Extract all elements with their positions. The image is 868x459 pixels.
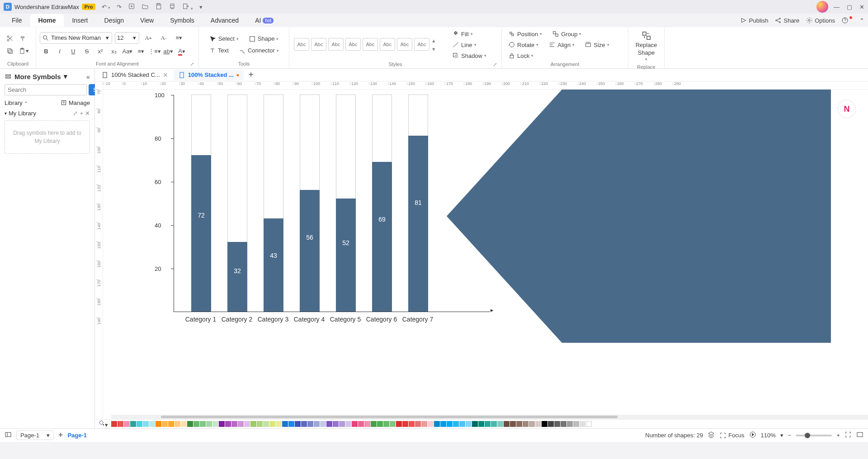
color-swatch[interactable]: [548, 421, 554, 427]
layers-icon[interactable]: [708, 431, 715, 440]
color-swatch[interactable]: [440, 421, 446, 427]
color-swatch[interactable]: [124, 421, 130, 427]
color-swatch[interactable]: [244, 421, 250, 427]
bar[interactable]: 81: [408, 95, 428, 312]
color-swatch[interactable]: [510, 421, 516, 427]
shadow-dropdown[interactable]: Shadow▾: [449, 51, 489, 61]
shape-tool[interactable]: Shape▾: [246, 34, 282, 44]
color-swatch[interactable]: [307, 421, 313, 427]
color-swatch[interactable]: [162, 421, 168, 427]
color-swatch[interactable]: [206, 421, 212, 427]
bar[interactable]: 69: [372, 95, 392, 312]
color-swatch[interactable]: [421, 421, 427, 427]
italic-icon[interactable]: I: [53, 46, 66, 57]
color-swatch[interactable]: [453, 421, 459, 427]
color-swatch[interactable]: [314, 421, 320, 427]
color-swatch[interactable]: [238, 421, 244, 427]
color-swatch[interactable]: [428, 421, 434, 427]
color-swatch[interactable]: [137, 421, 142, 427]
color-swatch[interactable]: [276, 421, 282, 427]
color-swatch[interactable]: [352, 421, 358, 427]
color-swatch[interactable]: [580, 421, 585, 427]
fill-dropdown[interactable]: Fill▾: [449, 29, 489, 39]
color-swatch[interactable]: [339, 421, 345, 427]
tab-file[interactable]: File: [4, 14, 30, 27]
select-tool[interactable]: Select▾: [207, 34, 241, 44]
focus-button[interactable]: Focus: [719, 432, 744, 439]
manage-library-button[interactable]: Manage: [60, 99, 90, 106]
color-swatch[interactable]: [554, 421, 560, 427]
color-swatch[interactable]: [459, 421, 465, 427]
group-dropdown[interactable]: Group▾: [549, 29, 584, 39]
canvas[interactable]: N ▸ 72324356526981 20406080100Category 1…: [103, 90, 868, 419]
library-toggle[interactable]: Library ⌃: [5, 99, 28, 106]
color-swatch[interactable]: [383, 421, 389, 427]
bar[interactable]: 56: [300, 95, 320, 312]
strike-icon[interactable]: S: [80, 46, 93, 57]
color-swatch[interactable]: [542, 421, 547, 427]
color-swatch[interactable]: [320, 421, 326, 427]
superscript-icon[interactable]: x²: [94, 46, 107, 57]
align-dropdown[interactable]: Align▾: [546, 40, 577, 50]
paste-icon[interactable]: ▾: [17, 45, 30, 57]
color-swatch[interactable]: [504, 421, 509, 427]
gallery-up-icon[interactable]: ▴: [432, 37, 435, 44]
color-swatch[interactable]: [345, 421, 351, 427]
color-swatch[interactable]: [219, 421, 225, 427]
minimize-icon[interactable]: —: [834, 4, 840, 10]
line-dropdown[interactable]: Line▾: [449, 40, 489, 50]
new-icon[interactable]: [128, 3, 135, 11]
color-swatch[interactable]: [193, 421, 199, 427]
color-swatch[interactable]: [491, 421, 497, 427]
color-swatch[interactable]: [143, 421, 149, 427]
background-pentagon-shape[interactable]: [447, 90, 831, 343]
save-icon[interactable]: [155, 3, 162, 11]
tab-advanced[interactable]: Advanced: [203, 14, 247, 27]
tab-view[interactable]: View: [132, 14, 162, 27]
replace-shape-button[interactable]: Replace Shape ▾: [632, 29, 660, 63]
share-button[interactable]: Share: [774, 17, 799, 24]
color-swatch[interactable]: [326, 421, 332, 427]
color-swatch[interactable]: [529, 421, 535, 427]
connector-tool[interactable]: Connector▾: [236, 46, 282, 56]
library-dropzone[interactable]: Drag symbols here to add to My Library: [5, 120, 90, 154]
add-page-icon[interactable]: +: [58, 431, 63, 440]
color-swatch[interactable]: [390, 421, 396, 427]
color-swatch[interactable]: [301, 421, 307, 427]
zoom-value[interactable]: 110%: [761, 432, 776, 439]
style-preset[interactable]: Abc: [414, 38, 429, 51]
color-swatch[interactable]: [535, 421, 541, 427]
color-swatch[interactable]: [364, 421, 370, 427]
text-tool[interactable]: Text: [206, 46, 231, 56]
my-library-toggle[interactable]: My Library: [9, 110, 36, 117]
align-menu-icon[interactable]: ≡▾: [173, 32, 185, 44]
symbol-search-input[interactable]: [5, 84, 87, 95]
color-swatch[interactable]: [181, 421, 187, 427]
expand-icon[interactable]: ⤢: [493, 62, 497, 67]
bullets-icon[interactable]: ⋮≡▾: [148, 46, 161, 57]
size-dropdown[interactable]: Size▾: [582, 40, 612, 50]
bar[interactable]: 52: [336, 95, 356, 312]
horizontal-scrollbar[interactable]: [111, 415, 868, 419]
color-swatch[interactable]: [434, 421, 440, 427]
color-swatch[interactable]: [523, 421, 528, 427]
color-swatch[interactable]: [561, 421, 566, 427]
page-selector[interactable]: Page-1▾: [16, 431, 54, 440]
qat-more-icon[interactable]: ▾: [199, 4, 203, 10]
page-layout-icon[interactable]: [5, 431, 12, 440]
style-preset[interactable]: Abc: [363, 38, 378, 51]
color-swatch[interactable]: [516, 421, 522, 427]
export-icon[interactable]: [182, 3, 193, 11]
mylib-close-icon[interactable]: ✕: [85, 110, 90, 117]
color-swatch[interactable]: [295, 421, 301, 427]
color-swatch[interactable]: [225, 421, 231, 427]
style-preset[interactable]: Abc: [311, 38, 326, 51]
color-swatch[interactable]: [396, 421, 402, 427]
presentation-icon[interactable]: [749, 431, 756, 440]
color-swatch[interactable]: [269, 421, 275, 427]
color-swatch[interactable]: [149, 421, 155, 427]
color-swatch[interactable]: [466, 421, 472, 427]
color-swatch[interactable]: [567, 421, 573, 427]
fill-bucket-icon[interactable]: ▾: [98, 420, 108, 428]
tab-symbols[interactable]: Symbols: [162, 14, 203, 27]
